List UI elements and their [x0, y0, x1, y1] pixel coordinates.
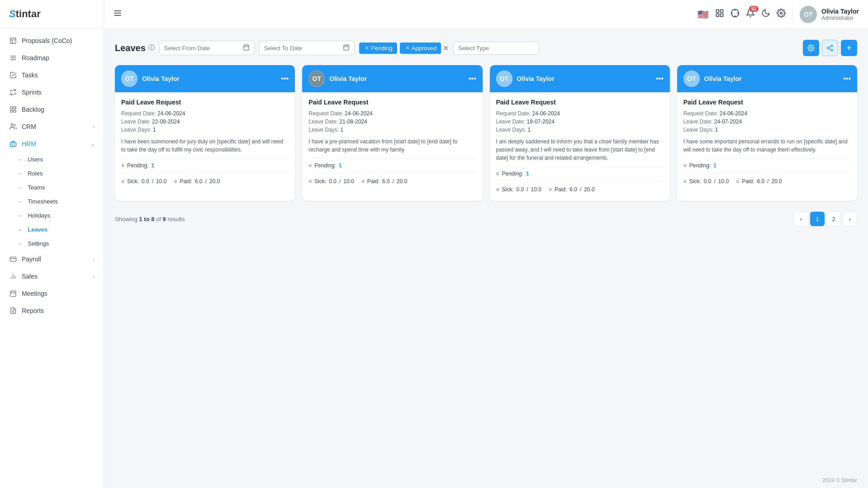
card-leave-date-3: Leave Date: 18-07-2024	[496, 118, 664, 125]
payroll-chevron: ›	[93, 256, 95, 262]
menu-toggle-button[interactable]	[113, 9, 122, 20]
info-icon[interactable]: ⓘ	[148, 44, 155, 52]
sidebar-item-payroll[interactable]: Payroll ›	[0, 251, 104, 268]
card-user-name-1: Olivia Taylor	[142, 75, 276, 82]
sidebar-item-tasks[interactable]: Tasks	[0, 66, 104, 84]
focus-icon[interactable]	[730, 9, 740, 20]
sidebar-item-label: Payroll	[22, 256, 41, 263]
tasks-icon	[9, 71, 17, 79]
type-input[interactable]	[458, 45, 534, 52]
hrm-icon	[9, 140, 17, 148]
sidebar-item-sprints[interactable]: Sprints	[0, 84, 104, 101]
from-date-calendar-icon[interactable]	[243, 44, 250, 52]
notifications-icon[interactable]: 52	[746, 9, 755, 20]
leave-card-1: OT Olivia Taylor ••• Paid Leave Request …	[115, 65, 295, 201]
settings-filter-button[interactable]	[803, 40, 819, 56]
card-stats-row-1: ≡ Sick: 0.0/10.0 ≡ Paid: 6.0/20.0	[121, 176, 289, 186]
card-type-1: Paid Leave Request	[121, 99, 289, 106]
to-date-input[interactable]	[264, 45, 340, 52]
svg-rect-9	[10, 257, 16, 261]
to-date-filter[interactable]	[259, 41, 355, 55]
card-type-4: Paid Leave Request	[683, 99, 851, 106]
card-leave-date-1: Leave Date: 22-08-2024	[121, 118, 289, 125]
sick-stat-2: ≡ Sick: 0.0/10.0	[308, 178, 354, 185]
settings-icon[interactable]	[777, 9, 786, 20]
sales-icon	[9, 272, 17, 280]
paid-stat-2: ≡ Paid: 6.0/20.0	[361, 178, 408, 185]
sidebar-item-label: Sales	[22, 273, 38, 280]
tag-label: Approved	[412, 45, 437, 52]
card-menu-4[interactable]: •••	[843, 75, 851, 83]
filter-tag-pending[interactable]: ✕ Pending	[359, 43, 397, 54]
card-body-4: Paid Leave Request Request Date: 24-06-2…	[677, 92, 857, 193]
paid-stat-4: ≡ Paid: 6.0/20.0	[736, 178, 782, 185]
filter-action-buttons: +	[803, 40, 857, 56]
sidebar: Stintar Proposals (CoCo) Roadmap Tasks	[0, 0, 104, 488]
tag-label: Pending	[371, 45, 393, 52]
card-header-2: OT Olivia Taylor •••	[302, 65, 482, 92]
card-avatar-2: OT	[308, 71, 325, 87]
apps-icon[interactable]	[715, 9, 724, 20]
filter-tags: ✕ Pending ✕ Approved ✕	[359, 43, 449, 54]
share-filter-button[interactable]	[822, 40, 838, 56]
svg-rect-23	[716, 10, 719, 13]
header: 🇺🇸 52 O	[104, 0, 868, 29]
svg-point-43	[827, 47, 829, 49]
sidebar-item-roadmap[interactable]: Roadmap	[0, 49, 104, 66]
sidebar-subitem-holidays[interactable]: Holidays	[9, 208, 104, 223]
card-menu-3[interactable]: •••	[656, 75, 664, 83]
paid-stat-1: ≡ Paid: 6.0/20.0	[174, 178, 220, 185]
sidebar-subitem-roles[interactable]: Roles	[9, 166, 104, 180]
sidebar-subitem-teams[interactable]: Teams	[9, 180, 104, 194]
sidebar-subitem-users[interactable]: Users	[9, 152, 104, 166]
card-pending-1: ≡ Pending: 1	[121, 162, 289, 169]
footer-text: 2024 © Stintar	[822, 477, 857, 483]
card-avatar-1: OT	[121, 71, 138, 87]
user-details: Olivia Taylor Administrator	[821, 8, 859, 21]
sidebar-item-proposals[interactable]: Proposals (CoCo)	[0, 32, 104, 49]
card-menu-1[interactable]: •••	[281, 75, 289, 83]
footer: 2024 © Stintar	[104, 473, 868, 488]
remove-pending-tag[interactable]: ✕	[365, 45, 369, 51]
remove-approved-tag[interactable]: ✕	[405, 45, 410, 51]
sidebar-item-label: CRM	[22, 123, 36, 130]
hrm-chevron: ⌄	[90, 141, 95, 147]
from-date-filter[interactable]	[159, 41, 255, 55]
dark-mode-toggle[interactable]	[761, 9, 770, 20]
card-leave-date-2: Leave Date: 21-08-2024	[308, 118, 476, 125]
svg-rect-14	[10, 291, 16, 297]
type-filter[interactable]	[453, 42, 539, 55]
sick-stat-1: ≡ Sick: 0.0/10.0	[121, 178, 166, 185]
page-1-button[interactable]: 1	[810, 212, 825, 226]
sidebar-subitem-timesheets[interactable]: Timesheets	[9, 194, 104, 208]
clear-all-filters-button[interactable]: ✕	[443, 44, 449, 52]
card-menu-2[interactable]: •••	[469, 75, 476, 83]
sidebar-item-hrm[interactable]: HRM ⌄	[0, 135, 104, 152]
card-user-name-3: Olivia Taylor	[517, 75, 651, 82]
card-stats-row-4: ≡ Sick: 0.0/10.0 ≡ Paid: 6.0/20.0	[683, 176, 851, 186]
sidebar-subitem-settings[interactable]: Settings	[9, 237, 104, 251]
card-stats-row-3: ≡ Sick: 0.0/10.0 ≡ Paid: 6.0/20.0	[496, 185, 664, 194]
sidebar-item-reports[interactable]: Reports	[0, 302, 104, 319]
prev-page-button[interactable]: ‹	[794, 212, 808, 226]
notification-badge: 52	[749, 6, 759, 12]
sidebar-item-crm[interactable]: CRM ›	[0, 118, 104, 135]
next-page-button[interactable]: ›	[843, 212, 857, 226]
svg-rect-4	[14, 107, 16, 109]
submenu-label: Timesheets	[28, 198, 58, 205]
sidebar-item-sales[interactable]: Sales ›	[0, 268, 104, 285]
filter-tag-approved[interactable]: ✕ Approved	[400, 43, 441, 54]
user-menu[interactable]: OT Olivia Taylor Administrator	[792, 6, 859, 23]
from-date-input[interactable]	[164, 45, 240, 52]
to-date-calendar-icon[interactable]	[343, 44, 350, 52]
sidebar-item-backlog[interactable]: Backlog	[0, 101, 104, 118]
add-leave-button[interactable]: +	[841, 40, 857, 56]
sidebar-subitem-leaves[interactable]: Leaves	[9, 223, 104, 237]
sidebar-item-meetings[interactable]: Meetings	[0, 285, 104, 302]
sidebar-item-label: Sprints	[22, 89, 42, 96]
sidebar-item-label: Roadmap	[22, 54, 49, 62]
language-selector[interactable]: 🇺🇸	[697, 9, 709, 20]
page-2-button[interactable]: 2	[826, 212, 841, 226]
card-pending-4: ≡ Pending: 1	[683, 162, 851, 169]
card-body-1: Paid Leave Request Request Date: 24-06-2…	[115, 92, 295, 193]
